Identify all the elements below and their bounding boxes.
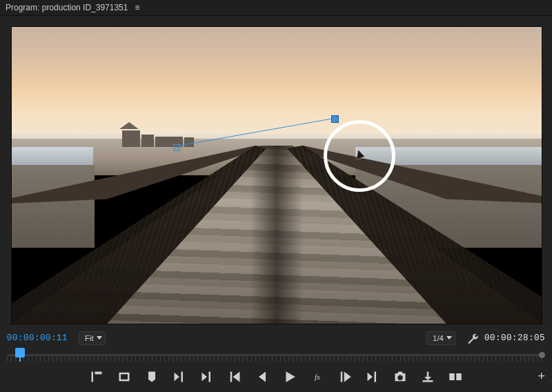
settings-wrench-icon[interactable] bbox=[466, 332, 479, 344]
play-frame-forward-button[interactable] bbox=[338, 370, 352, 384]
current-timecode[interactable]: 00:00:00:11 bbox=[7, 333, 68, 343]
go-to-out-button[interactable] bbox=[200, 370, 214, 384]
zoom-level-value: Fit bbox=[85, 334, 94, 342]
add-marker-button[interactable] bbox=[145, 370, 159, 384]
status-bar: 00:00:00:11 Fit 1/4 00:00:28:05 bbox=[7, 330, 545, 346]
chevron-down-icon bbox=[97, 336, 102, 340]
mini-timeline-playhead[interactable] bbox=[15, 348, 25, 357]
comparison-view-button[interactable] bbox=[448, 370, 462, 384]
playback-resolution-value: 1/4 bbox=[433, 334, 444, 342]
motion-path-start-handle[interactable] bbox=[173, 144, 180, 151]
mark-in-button[interactable] bbox=[90, 370, 103, 384]
play-frame-back-button[interactable] bbox=[255, 370, 269, 384]
zoom-level-select[interactable]: Fit bbox=[79, 331, 106, 345]
export-frame-button[interactable] bbox=[393, 370, 407, 384]
button-editor-add-icon[interactable]: + bbox=[538, 370, 545, 382]
duration-timecode: 00:00:28:05 bbox=[484, 333, 545, 343]
program-label: Program: bbox=[6, 3, 39, 12]
sequence-name: production ID_3971351 bbox=[42, 3, 128, 12]
play-button[interactable] bbox=[283, 370, 297, 384]
step-back-button[interactable] bbox=[228, 370, 241, 384]
video-boardwalk bbox=[12, 27, 542, 324]
mini-timeline-end-marker[interactable] bbox=[539, 352, 545, 358]
panel-menu-icon[interactable]: ≡ bbox=[135, 3, 139, 12]
mini-timeline[interactable] bbox=[7, 348, 545, 363]
step-forward-button[interactable] bbox=[366, 370, 379, 384]
program-viewer[interactable] bbox=[11, 26, 542, 324]
chevron-down-icon bbox=[446, 336, 452, 340]
go-to-in-button[interactable] bbox=[172, 370, 186, 384]
fx-effects-button[interactable]: fx bbox=[310, 370, 324, 384]
mini-timeline-ruler bbox=[7, 356, 545, 362]
panel-header[interactable]: Program: production ID_3971351 ≡ bbox=[0, 0, 552, 16]
program-monitor-panel: Program: production ID_3971351 ≡ bbox=[0, 0, 552, 392]
motion-path-keyframe-handle[interactable] bbox=[331, 115, 339, 123]
playback-resolution-select[interactable]: 1/4 bbox=[426, 331, 455, 345]
transport-controls: fx bbox=[7, 367, 545, 386]
mark-out-button[interactable] bbox=[117, 370, 131, 384]
insert-button[interactable] bbox=[421, 370, 435, 384]
